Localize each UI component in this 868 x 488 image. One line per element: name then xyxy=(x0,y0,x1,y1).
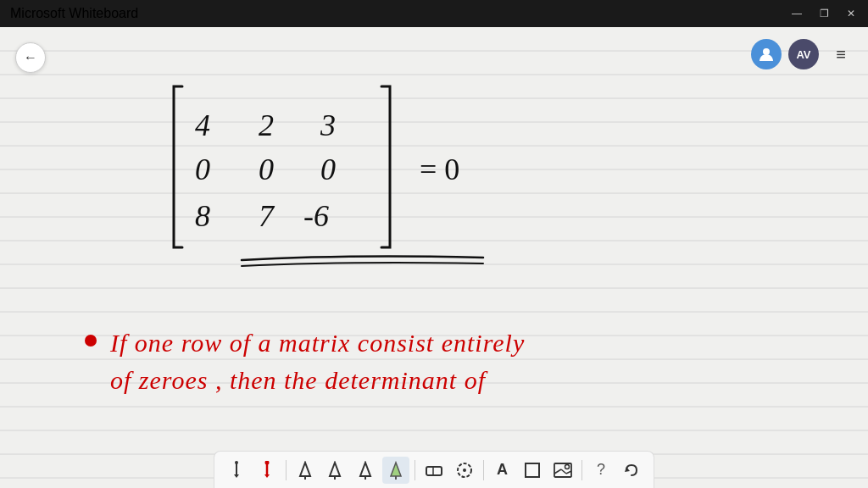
svg-marker-43 xyxy=(360,463,370,476)
whiteboard-canvas[interactable]: 4 2 3 0 0 0 8 7 -6 = 0 If one row of a m… xyxy=(0,27,868,488)
minimize-button[interactable]: — xyxy=(790,8,804,19)
undo-icon xyxy=(623,462,640,479)
highlighter-icon xyxy=(388,461,403,480)
menu-icon: ≡ xyxy=(836,45,846,64)
lasso-icon xyxy=(455,461,474,480)
user-icon-button[interactable] xyxy=(751,39,782,69)
svg-line-54 xyxy=(561,469,566,474)
svg-text:8: 8 xyxy=(195,199,210,233)
svg-point-38 xyxy=(264,461,269,465)
svg-text:0: 0 xyxy=(259,152,274,186)
top-right-controls: AV ≡ xyxy=(751,39,856,69)
tool-separator-3 xyxy=(483,460,484,480)
eraser-tool[interactable] xyxy=(420,457,448,484)
pen-icon-2 xyxy=(259,461,275,480)
pen-tool-2[interactable] xyxy=(253,457,281,484)
svg-point-50 xyxy=(463,469,466,472)
avatar-button[interactable]: AV xyxy=(788,39,819,69)
shape-icon xyxy=(524,462,541,479)
tool-separator-1 xyxy=(286,460,287,480)
tool-separator-4 xyxy=(581,460,582,480)
pen-tool-1[interactable] xyxy=(223,457,250,484)
eraser-icon xyxy=(425,463,443,478)
undo-tool[interactable] xyxy=(618,457,645,484)
shape-tool[interactable] xyxy=(519,457,546,484)
svg-marker-41 xyxy=(330,463,340,476)
close-button[interactable]: ✕ xyxy=(844,8,858,19)
matrix-drawing: 4 2 3 0 0 0 8 7 -6 = 0 xyxy=(110,78,534,273)
svg-marker-45 xyxy=(391,463,401,476)
title-bar: Microsoft Whiteboard — ❐ ✕ xyxy=(0,0,868,27)
marker-icon-1 xyxy=(298,461,313,480)
app-title: Microsoft Whiteboard xyxy=(10,6,138,21)
pen-icon-1 xyxy=(228,461,245,480)
svg-line-53 xyxy=(554,469,561,474)
svg-text:7: 7 xyxy=(259,199,275,233)
svg-text:4: 4 xyxy=(195,108,210,142)
more-tool[interactable]: ? xyxy=(587,457,615,484)
avatar-label: AV xyxy=(796,48,810,61)
text-tool[interactable]: A xyxy=(489,457,516,484)
annotation-text: If one row of a matrix consist entirely … xyxy=(72,294,835,404)
marker-tool-2[interactable] xyxy=(321,457,348,484)
help-icon: ? xyxy=(597,461,605,479)
back-button[interactable]: ← xyxy=(15,42,46,73)
image-tool[interactable] xyxy=(549,457,576,484)
image-icon xyxy=(554,463,572,478)
svg-marker-39 xyxy=(300,463,310,476)
marker-icon-3 xyxy=(358,461,373,480)
svg-text:= 0: = 0 xyxy=(420,152,459,186)
lasso-tool[interactable] xyxy=(451,457,478,484)
highlighter-tool[interactable] xyxy=(382,457,409,484)
svg-text:-6: -6 xyxy=(303,199,329,233)
tool-separator-2 xyxy=(415,460,415,480)
svg-text:of zeroes , then the determina: of zeroes , then the determinant of xyxy=(110,366,488,394)
marker-tool-3[interactable] xyxy=(352,457,379,484)
svg-text:3: 3 xyxy=(320,108,336,142)
svg-point-56 xyxy=(565,464,570,469)
svg-point-32 xyxy=(763,48,770,55)
svg-text:0: 0 xyxy=(320,152,336,186)
maximize-button[interactable]: ❐ xyxy=(817,8,831,19)
marker-tool-1[interactable] xyxy=(292,457,319,484)
svg-rect-51 xyxy=(526,463,539,477)
svg-marker-37 xyxy=(264,474,270,478)
svg-text:If one row of a matrix  consis: If one row of a matrix consist entirely xyxy=(109,329,525,357)
person-icon xyxy=(758,46,775,63)
svg-text:0: 0 xyxy=(195,152,210,186)
svg-text:2: 2 xyxy=(259,108,274,142)
window-controls: — ❐ ✕ xyxy=(790,8,858,19)
svg-point-29 xyxy=(85,335,97,347)
back-icon: ← xyxy=(24,50,37,65)
svg-line-55 xyxy=(566,471,571,474)
svg-point-35 xyxy=(235,461,238,464)
bottom-toolbar: A ? xyxy=(214,451,654,488)
text-tool-label: A xyxy=(497,461,508,479)
marker-icon-2 xyxy=(327,461,342,480)
menu-button[interactable]: ≡ xyxy=(826,39,856,69)
svg-marker-34 xyxy=(234,474,239,478)
svg-rect-47 xyxy=(426,467,442,475)
